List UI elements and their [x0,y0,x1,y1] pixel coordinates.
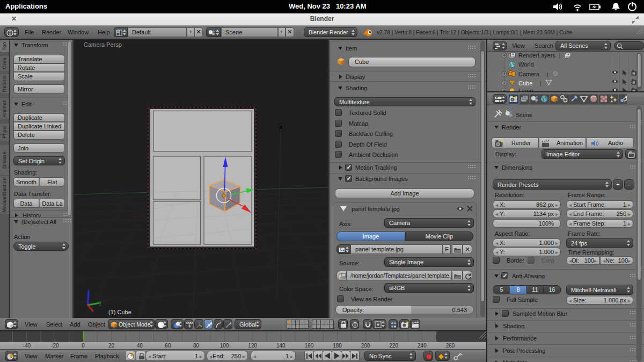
svg-text:Lamp: Lamp [518,88,533,91]
svg-text:|: | [559,52,560,59]
svg-text:World: World [518,61,534,68]
svg-text:Camera Persp: Camera Persp [84,41,122,48]
svg-text:|: | [547,71,548,77]
svg-text:y: y [99,300,101,306]
svg-text:Camera: Camera [518,71,540,77]
svg-text:Cube: Cube [518,80,532,86]
svg-text:RenderLayers: RenderLayers [518,52,556,59]
svg-text:|: | [540,80,541,86]
svg-text:(1) Cube: (1) Cube [108,309,131,315]
